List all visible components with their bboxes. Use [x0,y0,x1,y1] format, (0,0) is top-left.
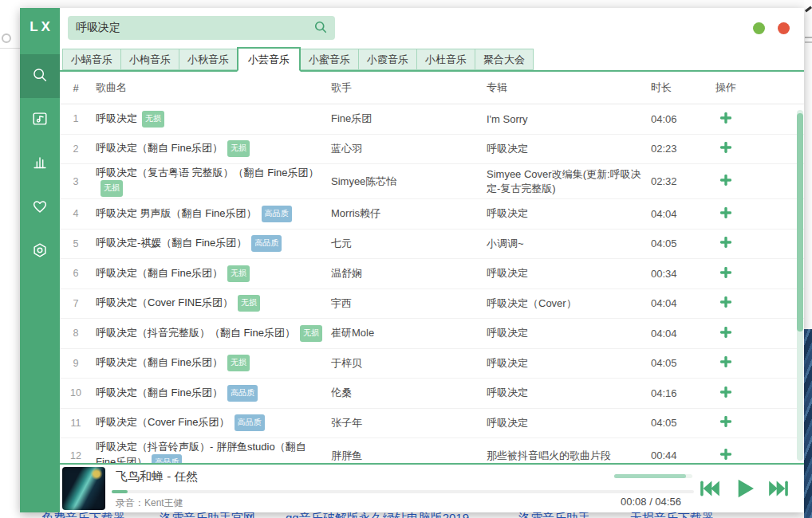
row-index: 9 [60,358,92,369]
song-name: 呼吸决定（翻自 Fine乐团） [96,387,223,398]
table-row[interactable]: 6 呼吸决定（翻自 Fine乐团）无损 温舒娴 呼吸决定 00:34 [60,259,804,289]
action-cell [698,386,754,401]
quality-badge: 高品质 [227,385,258,402]
background-page-fragment [2,33,11,43]
add-song-button[interactable] [719,296,732,311]
table-row[interactable]: 2 呼吸决定（翻自 Fine乐团）无损 蓝心羽 呼吸决定 02:23 [60,135,804,165]
table-row[interactable]: 8 呼吸决定（抖音完整版）（翻自 Fine乐团）无损 崔研Mole 呼吸决定 0… [60,319,804,349]
plus-icon [719,144,732,156]
main-area: 小蜗音乐小枸音乐小秋音乐小芸音乐小蜜音乐小霞音乐小杜音乐聚合大会 # 歌曲名 歌… [60,8,804,512]
sidebar-item-favorites[interactable] [20,186,60,230]
close-button[interactable] [778,22,790,34]
tab-source-7[interactable]: 聚合大会 [475,49,534,70]
lyric-line: 录音：Kent王健 [116,496,183,510]
duration-cell: 04:04 [646,208,698,220]
song-name-cell: 呼吸决定（翻自 Fine乐团）无损 [92,140,327,157]
add-song-button[interactable] [719,386,732,401]
heart-icon [31,198,49,218]
add-song-button[interactable] [719,206,732,222]
quality-badge: 无损 [142,111,164,128]
header-album: 专辑 [483,80,646,95]
tab-source-1[interactable]: 小枸音乐 [120,49,179,70]
action-cell [698,448,754,463]
duration-cell: 00:44 [646,449,698,461]
add-song-button[interactable] [719,415,732,430]
action-cell [698,141,754,156]
play-icon [731,492,757,504]
time-display: 00:08 / 04:56 [621,496,681,508]
table-row[interactable]: 5 呼吸决定-祺媛（翻自 Fine乐团）高品质 七元 小调调~ 04:05 [60,230,804,260]
plus-icon [719,451,732,463]
add-song-button[interactable] [719,112,732,127]
artist-cell: Fine乐团 [327,112,483,126]
artist-cell: Simyee陈芯怡 [327,175,483,189]
sidebar-item-search[interactable] [20,54,60,98]
previous-button[interactable] [698,478,722,499]
top-bar [60,8,804,46]
header-action: 操作 [698,80,754,95]
plus-icon [719,418,732,430]
add-song-button[interactable] [719,326,732,341]
song-name-cell: 呼吸决定 男声版（翻自 Fine乐团）高品质 [92,206,327,222]
plus-icon [719,115,732,127]
song-name: 呼吸决定（Cover FINE乐团） [96,296,233,308]
row-index: 6 [60,268,92,279]
minimize-button[interactable] [753,22,765,34]
volume-slider[interactable] [614,474,692,478]
search-input[interactable] [68,16,335,40]
desktop-wallpaper-edge [804,329,812,518]
add-song-button[interactable] [719,266,732,281]
table-row[interactable]: 11 呼吸决定（Cover Fine乐团）高品质 张子年 呼吸决定 04:05 [60,409,804,439]
add-song-button[interactable] [719,236,732,251]
tab-source-6[interactable]: 小杜音乐 [416,49,475,70]
background-page-fragment [805,41,812,43]
play-button[interactable] [731,476,757,501]
song-name-cell: 呼吸决定（翻自 Fine乐团）高品质 [92,385,327,402]
song-name: 呼吸决定（抖音完整版）（翻自 Fine乐团） [96,327,295,339]
song-name: 呼吸决定-祺媛（翻自 Fine乐团） [96,237,246,249]
tab-source-3[interactable]: 小芸音乐 [237,47,301,72]
tab-source-4[interactable]: 小蜜音乐 [300,49,359,70]
table-row[interactable]: 12 呼吸决定（抖音铃声版）- 胖胖鱼studio（翻自 Fine乐团）高品质 … [60,438,804,463]
table-row[interactable]: 1 呼吸决定无损 Fine乐团 I'm Sorry 04:06 [60,104,804,135]
add-song-button[interactable] [719,355,732,371]
artist-cell: 胖胖鱼 [327,449,483,463]
lx-music-window: LX [20,8,804,512]
add-song-button[interactable] [719,448,732,463]
table-row[interactable]: 7 呼吸决定（Cover FINE乐团）无损 宇西 呼吸决定（Cover） 04… [60,289,804,320]
tab-source-5[interactable]: 小霞音乐 [358,49,417,70]
artist-cell: Morris赖仔 [327,206,483,221]
search-submit-button[interactable] [312,19,329,37]
song-name: 呼吸决定（翻自 Fine乐团） [96,356,223,368]
progress-bar[interactable] [112,490,694,493]
row-index: 3 [60,176,92,187]
table-row[interactable]: 9 呼吸决定（翻自 Fine乐团）无损 于梓贝 呼吸决定 04:05 [60,349,804,379]
scrollbar[interactable] [797,110,803,461]
album-art[interactable] [62,467,105,510]
sidebar-item-settings[interactable] [20,230,60,273]
song-name: 呼吸决定（Cover Fine乐团） [96,416,230,428]
plus-icon [719,389,732,401]
add-song-button[interactable] [719,174,732,189]
tab-source-2[interactable]: 小秋音乐 [179,49,238,70]
search-icon [313,26,329,37]
quality-badge: 无损 [227,265,250,282]
song-name: 呼吸决定（复古粤语 完整版）（翻自 Fine乐团） [96,167,319,179]
scrollbar-thumb[interactable] [797,113,803,332]
duration-cell: 04:06 [646,113,698,125]
volume-fill [614,474,686,478]
row-index: 2 [60,143,92,155]
add-song-button[interactable] [719,141,732,156]
table-row[interactable]: 4 呼吸决定 男声版（翻自 Fine乐团）高品质 Morris赖仔 呼吸决定 0… [60,199,804,230]
table-row[interactable]: 10 呼吸决定（翻自 Fine乐团）高品质 伦桑 呼吸决定 04:16 [60,379,804,409]
sidebar-item-songlist[interactable] [20,98,60,142]
sidebar-item-ranking[interactable] [20,142,60,186]
song-name-cell: 呼吸决定（翻自 Fine乐团）无损 [92,355,327,371]
row-index: 11 [60,418,92,429]
next-button[interactable] [767,478,790,499]
table-row[interactable]: 3 呼吸决定（复古粤语 完整版）（翻自 Fine乐团）无损 Simyee陈芯怡 … [60,164,804,199]
tab-source-0[interactable]: 小蜗音乐 [62,49,121,70]
song-name-cell: 呼吸决定（翻自 Fine乐团）无损 [92,265,327,282]
album-cell: 小调调~ [483,237,646,251]
quality-badge: 高品质 [152,454,182,463]
